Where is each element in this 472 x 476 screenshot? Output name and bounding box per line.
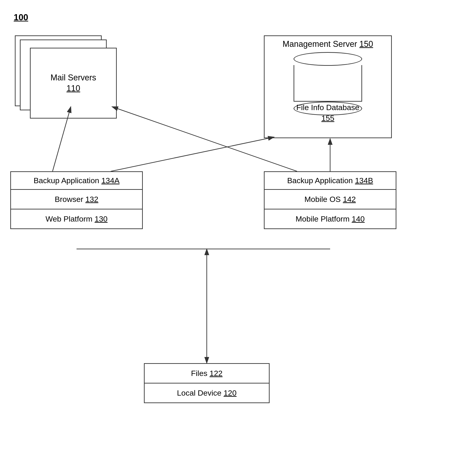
browser-name: Browser xyxy=(55,195,83,204)
management-server-name: Management Server xyxy=(283,39,357,49)
file-info-db-number: 155 xyxy=(321,114,334,122)
browser-box: Browser 132 xyxy=(10,189,143,209)
web-platform-name: Web Platform xyxy=(45,215,92,223)
mail-servers-label: Mail Servers 110 xyxy=(51,72,96,94)
local-device-number: 120 xyxy=(224,389,237,397)
mail-servers-name: Mail Servers xyxy=(51,73,96,82)
local-device-stack: Files 122 Local Device 120 xyxy=(144,363,270,403)
local-device-box: Local Device 120 xyxy=(144,383,270,403)
web-platform-number: 130 xyxy=(95,215,108,223)
files-box: Files 122 xyxy=(144,363,270,383)
browser-number: 132 xyxy=(86,195,98,204)
svg-line-5 xyxy=(111,137,274,171)
mobile-platform-number: 140 xyxy=(352,215,365,223)
web-platform-box: Web Platform 130 xyxy=(10,209,143,229)
mail-servers-number: 110 xyxy=(67,84,80,93)
backup-app-b-name: Backup Application xyxy=(287,176,353,185)
mobile-os-box: Mobile OS 142 xyxy=(264,189,396,209)
management-server-number: 150 xyxy=(359,39,373,49)
backup-app-a-box: Backup Application 134A xyxy=(10,171,143,189)
local-device-name: Local Device xyxy=(177,389,222,397)
management-server-box: Management Server 150 File Info Database… xyxy=(264,35,392,138)
mobile-os-name: Mobile OS xyxy=(305,195,341,204)
figure-label: 100 xyxy=(14,13,28,22)
mobile-os-number: 142 xyxy=(343,195,356,204)
mobile-platform-box: Mobile Platform 140 xyxy=(264,209,396,229)
files-name: Files xyxy=(191,369,208,378)
cylinder-body xyxy=(294,65,362,102)
mail-servers-box: Mail Servers 110 xyxy=(30,48,117,119)
file-info-db-label: File Info Database 155 xyxy=(264,102,391,124)
management-server-title: Management Server 150 xyxy=(264,39,391,49)
cylinder-top xyxy=(294,52,362,66)
file-info-db-name: File Info Database xyxy=(296,103,359,112)
left-platform-stack: Backup Application 134A Browser 132 Web … xyxy=(10,171,143,229)
backup-app-b-number: 134B xyxy=(355,176,373,185)
backup-app-b-box: Backup Application 134B xyxy=(264,171,396,189)
backup-app-a-name: Backup Application xyxy=(34,176,99,185)
files-number: 122 xyxy=(210,369,223,378)
backup-app-a-number: 134A xyxy=(102,176,120,185)
diagram-container: 100 Mail Servers 110 Management Server 1… xyxy=(0,0,472,476)
right-platform-stack: Backup Application 134B Mobile OS 142 Mo… xyxy=(264,171,396,229)
mobile-platform-name: Mobile Platform xyxy=(296,215,350,223)
